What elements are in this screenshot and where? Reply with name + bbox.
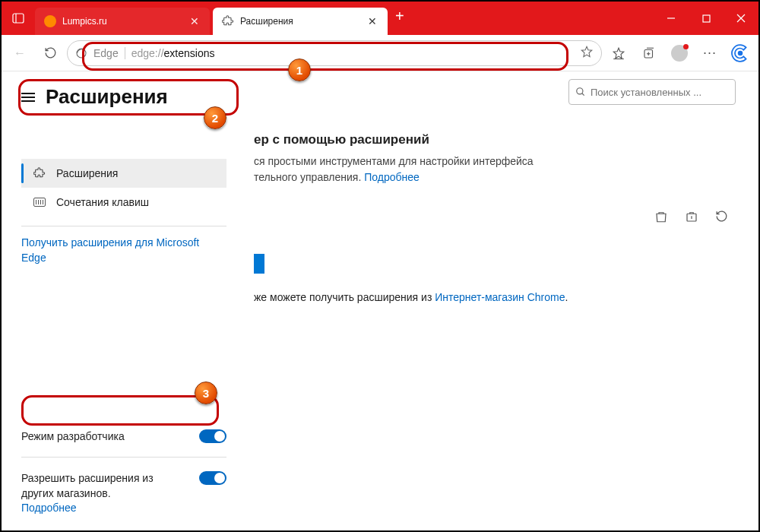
maximize-button[interactable] [689,2,724,35]
primary-action-fragment[interactable] [254,254,264,274]
bing-button[interactable] [727,40,754,67]
dev-mode-toggle[interactable] [199,429,226,443]
svg-rect-3 [703,15,710,22]
sidebar-item-shortcuts[interactable]: Сочетания клавиш [21,188,226,217]
svg-point-6 [77,49,86,58]
other-stores-label: Разрешить расширения из других магазинов… [21,472,154,499]
divider [21,226,226,226]
favicon-lumpics [44,15,56,27]
get-extensions-link[interactable]: Получить расширения для Microsoft Edge [21,236,199,264]
content-description: ся простыми инструментами для настройки … [254,154,603,185]
callout-badge-3: 3 [195,382,217,404]
load-unpacked-button[interactable] [654,210,668,226]
puzzle-icon [33,167,46,179]
chrome-store-link[interactable]: Интернет-магазин Chrome [435,291,565,303]
search-extensions-input[interactable] [568,79,736,105]
callout-badge-1: 1 [288,59,311,81]
reload-extensions-button[interactable] [715,210,728,226]
tab-lumpics[interactable]: Lumpics.ru ✕ [35,8,210,35]
favicon-extensions [222,15,234,27]
other-stores-toggle[interactable] [199,471,226,485]
chrome-store-note: же можете получить расширения из Интерне… [254,290,743,306]
edge-logo-icon [75,47,87,59]
svg-marker-7 [581,46,592,57]
callout-badge-2: 2 [204,106,226,129]
content-area: ер с помощью расширений ся простыми инст… [246,71,758,530]
sidebar-item-label: Расширения [56,167,118,179]
menu-button[interactable]: ··· [696,40,724,67]
svg-point-14 [738,50,743,55]
back-button[interactable]: ← [6,40,33,67]
tab-actions-button[interactable] [2,2,35,35]
page-title: Расширения [46,85,168,109]
sidebar-item-extensions[interactable]: Расширения [21,159,226,188]
keyboard-icon [33,198,46,207]
learn-more-link[interactable]: Подробнее [364,171,420,183]
pack-extension-button[interactable] [685,210,698,226]
collections-button[interactable] [635,40,663,67]
divider [21,457,226,458]
search-field[interactable] [591,87,729,98]
close-tab-button[interactable]: ✕ [187,14,202,29]
address-bar[interactable]: Edge edge://extensions [67,40,602,66]
close-tab-button[interactable]: ✕ [365,14,380,29]
dev-mode-label: Режим разработчика [21,430,125,442]
content-heading: ер с помощью расширений [254,132,743,147]
profile-button[interactable] [666,40,693,67]
sidebar: Расширения Расширения Сочетания клавиш П… [2,71,246,530]
svg-marker-8 [613,48,624,59]
address-url: edge://extensions [131,47,215,59]
tab-extensions[interactable]: Расширения ✕ [213,8,388,35]
learn-more-link[interactable]: Подробнее [21,502,77,514]
refresh-button[interactable] [36,40,64,67]
hamburger-button[interactable] [21,93,35,102]
new-tab-button[interactable]: + [388,8,412,30]
svg-line-16 [582,93,584,96]
tab-title: Lumpics.ru [62,16,181,27]
address-protocol: Edge [93,47,125,59]
svg-rect-0 [13,14,24,23]
favorite-page-button[interactable] [580,45,594,61]
svg-point-15 [577,88,583,94]
favorites-button[interactable] [605,40,632,67]
sidebar-item-label: Сочетания клавиш [56,196,149,208]
tab-title: Расширения [240,16,359,27]
minimize-button[interactable] [654,2,689,35]
search-icon [575,87,586,97]
close-window-button[interactable] [724,2,758,35]
